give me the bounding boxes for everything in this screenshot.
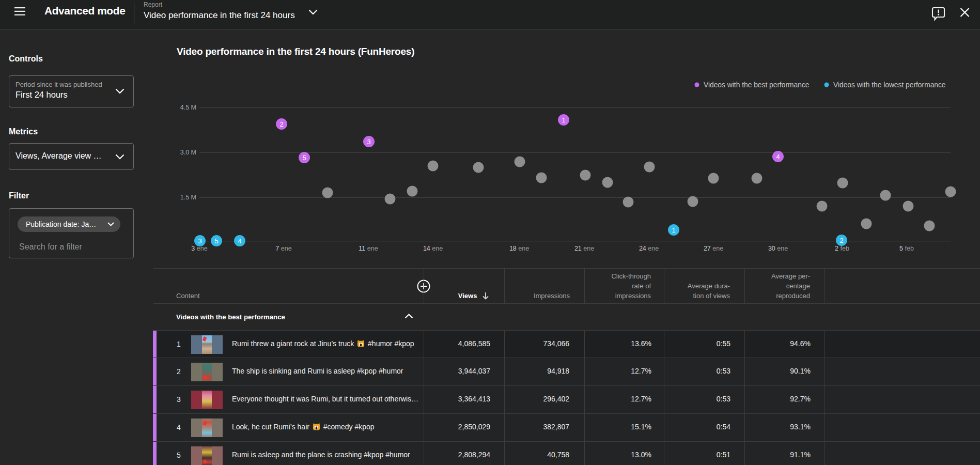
svg-text:Videos with the lowest perform: Videos with the lowest performance (833, 81, 946, 89)
svg-text:21 ene: 21 ene (574, 245, 594, 252)
svg-text:1.5 M: 1.5 M (180, 194, 196, 201)
svg-text:3: 3 (198, 237, 201, 245)
svg-text:3: 3 (367, 138, 370, 146)
svg-text:2: 2 (839, 237, 843, 244)
svg-text:11 ene: 11 ene (359, 245, 378, 252)
svg-text:24 ene: 24 ene (639, 245, 659, 252)
svg-text:5 feb: 5 feb (899, 245, 914, 252)
svg-text:5: 5 (214, 237, 218, 245)
svg-text:27 ene: 27 ene (704, 245, 723, 252)
svg-text:2 feb: 2 feb (835, 245, 849, 252)
svg-text:14 ene: 14 ene (423, 245, 443, 252)
svg-text:4.5 M: 4.5 M (180, 104, 196, 111)
svg-text:Videos with the best performan: Videos with the best performance (704, 81, 810, 89)
svg-text:2: 2 (279, 120, 283, 128)
svg-text:1: 1 (562, 116, 565, 124)
svg-text:4: 4 (238, 237, 241, 245)
svg-text:18 ene: 18 ene (509, 245, 529, 252)
svg-text:1: 1 (672, 226, 675, 234)
svg-text:5: 5 (302, 154, 306, 162)
svg-text:30 ene: 30 ene (768, 245, 788, 252)
svg-text:3.0 M: 3.0 M (180, 149, 196, 156)
svg-text:4: 4 (776, 153, 780, 161)
svg-text:7 ene: 7 ene (275, 245, 291, 252)
